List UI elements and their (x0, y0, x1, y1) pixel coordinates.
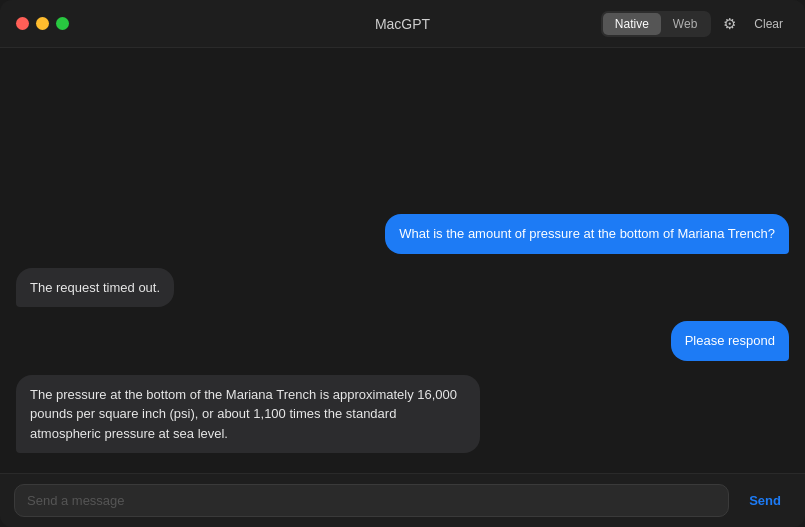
message-input[interactable] (14, 484, 729, 517)
close-button[interactable] (16, 17, 29, 30)
clear-button[interactable]: Clear (748, 13, 789, 35)
gear-icon: ⚙ (723, 15, 736, 33)
top-spacer (16, 68, 789, 200)
message-text: The request timed out. (30, 280, 160, 295)
message-row: The pressure at the bottom of the Marian… (16, 375, 789, 454)
traffic-lights (16, 17, 69, 30)
message-row: The request timed out. (16, 268, 789, 308)
chat-area: What is the amount of pressure at the bo… (0, 48, 805, 473)
message-row: What is the amount of pressure at the bo… (16, 214, 789, 254)
send-button[interactable]: Send (739, 487, 791, 514)
message-text: What is the amount of pressure at the bo… (399, 226, 775, 241)
minimize-button[interactable] (36, 17, 49, 30)
app-title: MacGPT (375, 16, 430, 32)
title-bar: MacGPT Native Web ⚙ Clear (0, 0, 805, 48)
message-text: The pressure at the bottom of the Marian… (30, 387, 457, 441)
settings-button[interactable]: ⚙ (717, 11, 742, 37)
tab-native[interactable]: Native (603, 13, 661, 35)
message-row: Please respond (16, 321, 789, 361)
tab-web[interactable]: Web (661, 13, 709, 35)
user-bubble: What is the amount of pressure at the bo… (385, 214, 789, 254)
title-bar-actions: Native Web ⚙ Clear (601, 11, 789, 37)
tab-group: Native Web (601, 11, 711, 37)
maximize-button[interactable] (56, 17, 69, 30)
assistant-bubble: The pressure at the bottom of the Marian… (16, 375, 480, 454)
message-text: Please respond (685, 333, 775, 348)
assistant-bubble: The request timed out. (16, 268, 174, 308)
input-area: Send (0, 473, 805, 527)
user-bubble: Please respond (671, 321, 789, 361)
